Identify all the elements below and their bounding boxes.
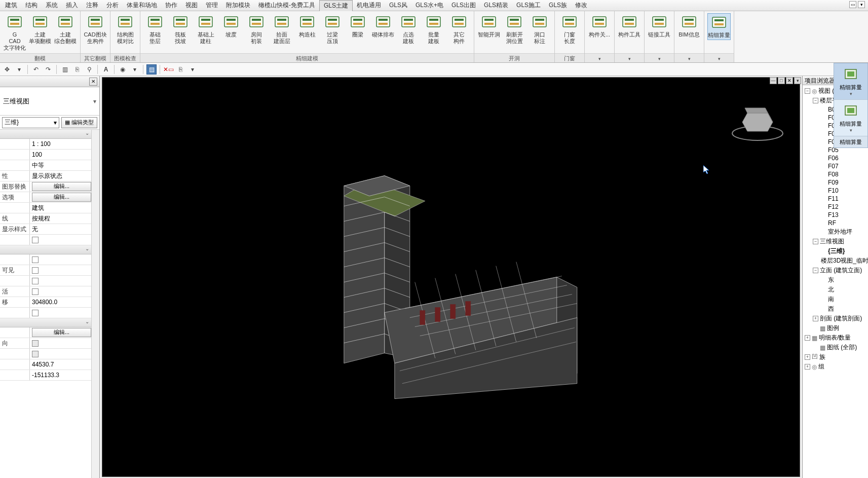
ribbon-raft[interactable]: 筏板 找坡 [169,13,192,46]
menu-建筑[interactable]: 建筑 [1,0,21,11]
checkbox[interactable] [32,288,39,295]
ribbon-point-board[interactable]: 点选 建板 [397,13,420,46]
group-dropdown[interactable]: ▾ [674,53,704,62]
copy-icon[interactable]: ⎘ [175,64,185,75]
group-dropdown[interactable]: ▾ [645,53,674,62]
prop-value[interactable] [29,286,91,297]
edit-button[interactable]: 编辑... [32,328,91,337]
prop-category[interactable]: ⌄ [0,130,91,139]
prop-category[interactable]: ⌄ [0,245,91,254]
redo-icon[interactable]: ↷ [43,64,53,75]
ribbon-comp-tool[interactable]: 构件工具 [618,13,641,39]
scrollbar[interactable] [91,130,99,478]
3d-viewport[interactable] [102,77,800,477]
ribbon-bim-info[interactable]: BIM信息 [677,13,701,39]
menu-GLS水+电[interactable]: GLS水+电 [411,0,447,11]
tree-node[interactable]: F09 [803,178,868,187]
menu-系统[interactable]: 系统 [42,0,62,11]
maximize-icon[interactable]: □ [778,77,785,84]
ribbon-cad-text[interactable]: G CAD 文字转化 [3,13,26,52]
prop-value[interactable]: 建筑 [29,203,91,213]
prop-value[interactable]: 编辑... [29,181,91,192]
prop-value[interactable]: 显示原状态 [29,171,91,181]
checkbox[interactable] [32,310,39,316]
prop-value[interactable]: 100 [29,150,91,160]
chevron-down-icon[interactable]: ▾ [794,77,801,84]
menu-GLS精装[interactable]: GLS精装 [480,0,512,11]
prop-value[interactable]: 1 : 100 [29,139,91,149]
menu-结构[interactable]: 结构 [21,0,42,11]
prop-value[interactable] [29,254,91,265]
ribbon-comp-flip[interactable]: 土建 综合翻模 [54,13,77,46]
ribbon-room-init[interactable]: 房间 初装 [245,13,268,46]
prop-value[interactable] [29,349,91,359]
chevron-down-icon[interactable]: ▾ [130,64,140,75]
ribbon-found-up[interactable]: 基础上 建柱 [194,13,217,46]
tree-node[interactable]: +剖面 (建筑剖面) [803,314,868,323]
ribbon-foundation[interactable]: 基础 垫层 [143,13,167,46]
delete-icon[interactable]: ✕▭ [163,64,173,75]
menu-修改[interactable]: 修改 [571,0,591,11]
chevron-down-icon[interactable]: ▾ [187,64,198,75]
tree-node[interactable]: −三维视图 [803,237,868,246]
ribbon-smart-hole[interactable]: 智能开洞 [477,13,501,39]
ribbon-cad-block[interactable]: CAD图块 生构件 [84,13,107,46]
group-dropdown[interactable]: ▾ [615,53,644,62]
expand-icon[interactable]: − [813,98,818,103]
expand-icon[interactable]: − [805,88,810,94]
tree-node[interactable]: 室外地坪 [803,227,868,237]
menu-机电通用[interactable]: 机电通用 [353,0,385,11]
cube-icon[interactable]: ◉ [118,64,128,75]
tree-node[interactable]: {三维} [803,246,868,256]
ribbon-batch-board[interactable]: 批量 建板 [422,13,445,46]
chevron-down-icon[interactable]: ▾ [14,64,24,75]
undo-icon[interactable]: ↶ [31,64,41,75]
tree-node[interactable]: −立面 (建筑立面) [803,266,868,275]
tree-node[interactable]: +凹族 [803,352,868,362]
group-dropdown[interactable]: ▾ [704,53,734,62]
text-icon[interactable]: A [101,64,111,75]
tree-node[interactable]: F11 [803,195,868,203]
side-fine-qty-button-2[interactable]: 精细算量 ▾ [834,100,867,136]
prop-value[interactable] [29,276,91,286]
menu-体量和场地[interactable]: 体量和场地 [123,0,161,11]
checkbox[interactable] [32,256,39,263]
view-type-selector[interactable]: 三维视图 ▾ [0,87,99,116]
expand-icon[interactable]: + [813,316,818,321]
edit-button[interactable]: 编辑... [32,182,91,191]
prop-category[interactable]: ⌄ [0,318,91,327]
tree-node[interactable]: ▦图例 [803,323,868,333]
menu-GLS族[interactable]: GLS族 [545,0,571,11]
prop-value[interactable]: 编辑... [29,327,91,338]
tree-node[interactable]: 北 [803,285,868,295]
tree-node[interactable]: 西 [803,304,868,314]
ribbon-ring-beam[interactable]: 圈梁 [346,13,369,39]
edit-type-button[interactable]: ▦ 编辑类型 [61,117,97,128]
checkbox[interactable] [32,278,39,284]
prop-value[interactable] [29,338,91,348]
expand-icon[interactable]: + [805,364,810,370]
ribbon-single-flip[interactable]: 土建 单项翻模 [28,13,52,46]
tree-node[interactable]: +◎组 [803,362,868,372]
tree-node[interactable]: 东 [803,275,868,285]
filter-icon[interactable]: ▥ [60,64,70,75]
prop-value[interactable]: 44530.7 [29,359,91,370]
prop-value[interactable]: 无 [29,224,91,234]
menu-app-icon[interactable]: ▭ [849,1,856,8]
prop-value[interactable]: 中等 [29,160,91,170]
tree-node[interactable]: 楼层3D视图_临时 [803,256,868,266]
tree-node[interactable]: RF [803,219,868,227]
menu-管理[interactable]: 管理 [202,0,222,11]
expand-icon[interactable]: + [805,354,810,360]
viewcube[interactable] [730,103,785,143]
list-icon[interactable]: ▤ [146,64,157,75]
ribbon-other-comp[interactable]: 其它 构件 [447,13,471,46]
tree-node[interactable]: +▦明细表/数量 [803,333,868,343]
close-icon[interactable]: ✕ [786,77,793,84]
prop-value[interactable]: 304800.0 [29,297,91,307]
ribbon-fine-qty[interactable]: 精细算量 [707,13,731,40]
group-dropdown[interactable]: ▾ [585,53,614,62]
menu-GLS风[interactable]: GLS风 [385,0,411,11]
prop-value[interactable]: 按规程 [29,213,91,224]
menu-dropdown-icon[interactable]: ▾ [858,1,865,8]
